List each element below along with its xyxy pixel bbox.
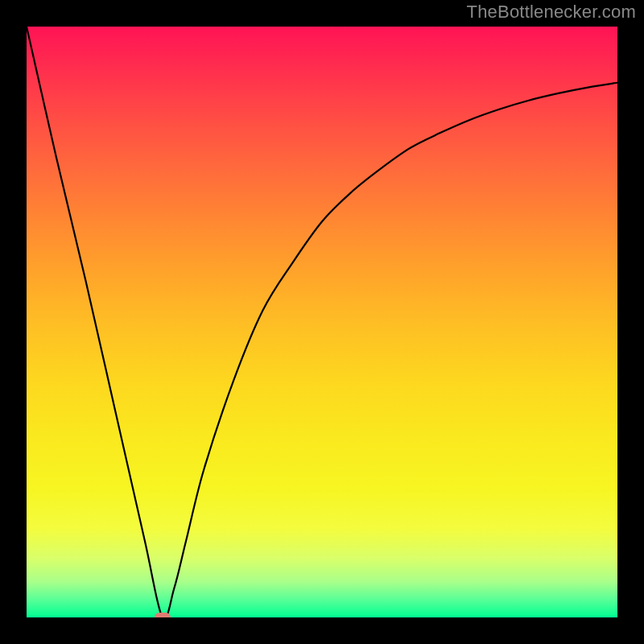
chart-frame: TheBottlenecker.com — [0, 0, 644, 644]
plot-area — [27, 27, 617, 617]
watermark-text: TheBottlenecker.com — [467, 2, 636, 23]
optimal-point-marker — [155, 613, 171, 617]
bottleneck-curve — [27, 27, 617, 617]
